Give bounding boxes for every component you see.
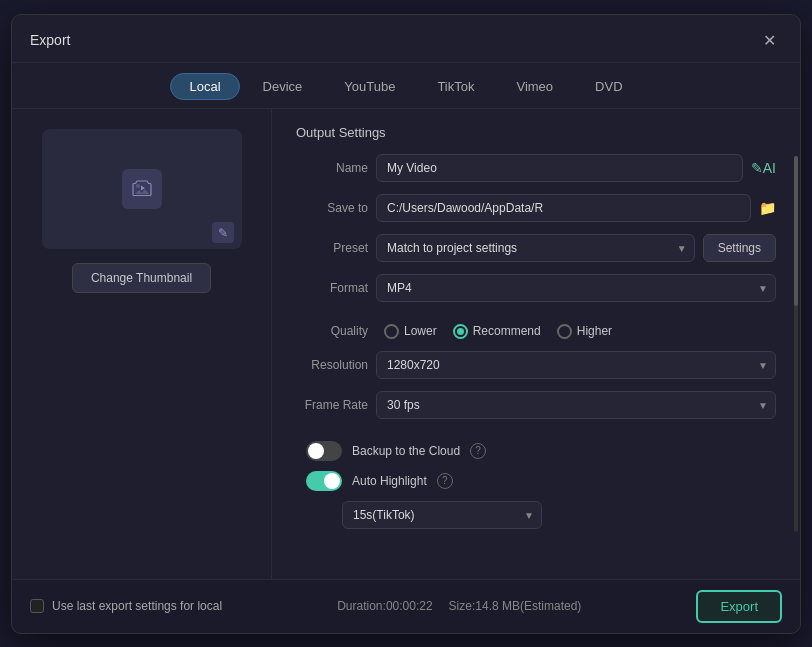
auto-highlight-row: Auto Highlight ?: [296, 471, 776, 491]
export-button[interactable]: Export: [696, 590, 782, 623]
output-settings-title: Output Settings: [296, 125, 776, 140]
dialog-title: Export: [30, 32, 70, 48]
quality-radio-group: Lower Recommend Higher: [384, 324, 612, 339]
preset-label: Preset: [296, 241, 368, 255]
quality-higher-option[interactable]: Higher: [557, 324, 612, 339]
quality-lower-radio[interactable]: [384, 324, 399, 339]
save-to-label: Save to: [296, 201, 368, 215]
thumbnail-preview[interactable]: ✎: [42, 129, 242, 249]
format-select-wrapper: MP4 ▼: [376, 274, 776, 302]
backup-cloud-help-icon[interactable]: ?: [470, 443, 486, 459]
tab-dvd[interactable]: DVD: [576, 73, 641, 100]
name-row: Name ✎AI: [296, 154, 776, 182]
quality-label: Quality: [296, 324, 368, 338]
ai-icon[interactable]: ✎AI: [751, 160, 776, 176]
tabs-bar: Local Device YouTube TikTok Vimeo DVD: [12, 63, 800, 109]
auto-highlight-toggle[interactable]: [306, 471, 342, 491]
tab-device[interactable]: Device: [244, 73, 322, 100]
auto-highlight-knob: [324, 473, 340, 489]
tab-vimeo[interactable]: Vimeo: [497, 73, 572, 100]
backup-cloud-toggle[interactable]: [306, 441, 342, 461]
use-last-settings-checkbox[interactable]: [30, 599, 44, 613]
quality-higher-radio[interactable]: [557, 324, 572, 339]
resolution-select[interactable]: 1280x720: [376, 351, 776, 379]
auto-highlight-label: Auto Highlight: [352, 474, 427, 488]
name-input[interactable]: [376, 154, 743, 182]
name-label: Name: [296, 161, 368, 175]
duration-value: 00:00:22: [386, 599, 433, 613]
use-last-settings-label: Use last export settings for local: [52, 599, 222, 613]
close-button[interactable]: ✕: [757, 29, 782, 52]
main-content: ✎ Change Thumbnail Output Settings Name …: [12, 109, 800, 579]
highlight-duration-select[interactable]: 15s(TikTok): [342, 501, 542, 529]
auto-highlight-help-icon[interactable]: ?: [437, 473, 453, 489]
preset-select-wrapper: Match to project settings ▼: [376, 234, 695, 262]
title-bar: Export ✕: [12, 15, 800, 63]
tab-tiktok[interactable]: TikTok: [418, 73, 493, 100]
quality-row: Quality Lower Recommend: [296, 324, 776, 339]
right-panel: Output Settings Name ✎AI Save to 📁 Prese…: [272, 109, 800, 579]
highlight-duration-row: 15s(TikTok) ▼: [296, 501, 776, 529]
settings-button[interactable]: Settings: [703, 234, 776, 262]
resolution-label: Resolution: [296, 358, 368, 372]
use-last-settings-row[interactable]: Use last export settings for local: [30, 599, 222, 613]
folder-icon[interactable]: 📁: [759, 200, 776, 216]
quality-higher-label: Higher: [577, 324, 612, 338]
save-to-row: Save to 📁: [296, 194, 776, 222]
preset-row: Preset Match to project settings ▼ Setti…: [296, 234, 776, 262]
backup-cloud-label: Backup to the Cloud: [352, 444, 460, 458]
footer: Use last export settings for local Durat…: [12, 579, 800, 633]
export-dialog: Export ✕ Local Device YouTube TikTok Vim…: [11, 14, 801, 634]
frame-rate-select[interactable]: 30 fps: [376, 391, 776, 419]
scrollbar-thumb[interactable]: [794, 156, 798, 306]
quality-recommend-label: Recommend: [473, 324, 541, 338]
format-select[interactable]: MP4: [376, 274, 776, 302]
save-to-input[interactable]: [376, 194, 751, 222]
frame-rate-select-wrapper: 30 fps ▼: [376, 391, 776, 419]
svg-point-0: [136, 184, 140, 188]
duration-label: Duration:: [337, 599, 386, 613]
quality-recommend-option[interactable]: Recommend: [453, 324, 541, 339]
format-row: Format MP4 ▼: [296, 274, 776, 302]
tab-local[interactable]: Local: [170, 73, 239, 100]
edit-thumbnail-icon[interactable]: ✎: [212, 222, 234, 243]
tab-youtube[interactable]: YouTube: [325, 73, 414, 100]
change-thumbnail-button[interactable]: Change Thumbnail: [72, 263, 211, 293]
quality-lower-option[interactable]: Lower: [384, 324, 437, 339]
size-info: Size:14.8 MB(Estimated): [449, 599, 582, 613]
quality-recommend-radio[interactable]: [453, 324, 468, 339]
quality-lower-label: Lower: [404, 324, 437, 338]
resolution-row: Resolution 1280x720 ▼: [296, 351, 776, 379]
highlight-duration-select-wrapper: 15s(TikTok) ▼: [342, 501, 542, 529]
footer-info: Duration:00:00:22 Size:14.8 MB(Estimated…: [337, 599, 581, 613]
size-label: Size:: [449, 599, 476, 613]
preset-select[interactable]: Match to project settings: [376, 234, 695, 262]
size-value: 14.8 MB(Estimated): [475, 599, 581, 613]
thumbnail-icon: [122, 169, 162, 209]
format-label: Format: [296, 281, 368, 295]
scrollbar-track: [794, 156, 798, 532]
left-panel: ✎ Change Thumbnail: [12, 109, 272, 579]
backup-cloud-knob: [308, 443, 324, 459]
frame-rate-label: Frame Rate: [296, 398, 368, 412]
frame-rate-row: Frame Rate 30 fps ▼: [296, 391, 776, 419]
resolution-select-wrapper: 1280x720 ▼: [376, 351, 776, 379]
backup-cloud-row: Backup to the Cloud ?: [296, 441, 776, 461]
duration-info: Duration:00:00:22: [337, 599, 432, 613]
